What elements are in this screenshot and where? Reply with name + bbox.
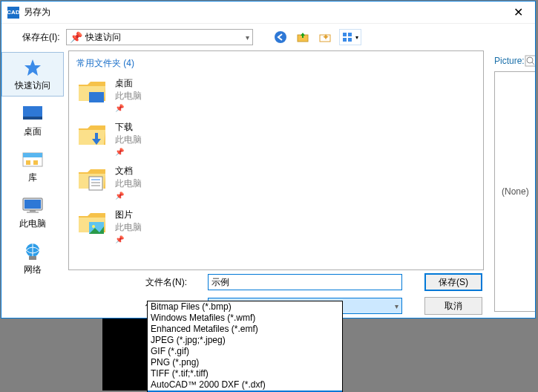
close-button[interactable]: ✕: [502, 1, 535, 24]
svg-point-26: [92, 225, 95, 228]
places-bar: 快速访问 桌面 库 此电脑 网络: [1, 50, 64, 318]
filetype-option[interactable]: Windows Metafiles (*.wmf): [148, 313, 342, 324]
pin-icon: 📌: [115, 192, 142, 200]
background-terminal: [102, 318, 147, 391]
preview-none: (None): [502, 186, 529, 197]
pin-icon: 📌: [115, 235, 142, 244]
list-item[interactable]: 桌面此电脑📌: [76, 77, 476, 112]
place-label: 库: [28, 172, 37, 184]
place-desktop[interactable]: 桌面: [1, 98, 64, 143]
pin-icon: 📌: [115, 148, 142, 156]
place-network[interactable]: 网络: [1, 236, 64, 281]
folder-icon: [76, 209, 108, 237]
place-label: 此电脑: [19, 218, 46, 230]
list-item[interactable]: 下载此电脑📌: [76, 121, 476, 156]
svg-point-0: [275, 31, 286, 43]
svg-rect-9: [23, 117, 42, 120]
svg-rect-11: [23, 153, 42, 157]
back-icon: [274, 30, 287, 44]
svg-rect-12: [26, 160, 30, 165]
item-sub: 此电脑: [115, 134, 142, 146]
save-button[interactable]: 保存(S): [424, 273, 482, 291]
svg-rect-17: [27, 212, 39, 213]
filetype-option[interactable]: GIF (*.gif): [148, 346, 342, 357]
save-in-path: 快速访问: [85, 31, 121, 44]
network-icon: [21, 241, 45, 262]
place-label: 快速访问: [15, 79, 50, 92]
app-icon: CAD: [7, 7, 19, 19]
svg-rect-5: [348, 33, 352, 36]
item-name: 桌面: [115, 77, 142, 90]
svg-rect-6: [343, 38, 347, 42]
svg-rect-19: [29, 256, 36, 260]
place-label: 网络: [24, 264, 42, 276]
svg-text:✦: ✦: [322, 32, 329, 42]
preview-label: Picture:: [494, 56, 525, 66]
magnify-icon[interactable]: [525, 55, 535, 67]
filetype-option[interactable]: Bitmap Files (*.bmp): [148, 301, 342, 313]
file-list[interactable]: 常用文件夹 (4) 桌面此电脑📌 下载此电脑📌 文档此电脑📌 图片此电脑📌: [68, 50, 484, 270]
chevron-down-icon: ▾: [395, 302, 398, 310]
new-folder-button[interactable]: ✦: [317, 29, 333, 45]
file-list-header: 常用文件夹 (4): [76, 57, 476, 70]
item-sub: 此电脑: [115, 221, 142, 234]
svg-rect-7: [348, 38, 352, 42]
chevron-down-icon: ▾: [246, 33, 249, 42]
filetype-option[interactable]: AutoCAD™ 2000 DXF (*.dxf): [148, 379, 342, 391]
place-quick-access[interactable]: 快速访问: [1, 52, 64, 97]
list-item[interactable]: 图片此电脑📌: [76, 209, 476, 244]
up-button[interactable]: [295, 29, 311, 45]
filetype-option[interactable]: PNG (*.png): [148, 357, 342, 368]
view-icon: [342, 32, 354, 42]
pc-icon: [21, 195, 45, 216]
pin-icon: 📌: [115, 104, 142, 112]
quick-access-icon: [21, 57, 45, 78]
place-label: 桌面: [24, 125, 42, 138]
new-folder-icon: ✦: [318, 30, 332, 44]
svg-line-29: [532, 62, 534, 65]
svg-rect-15: [24, 200, 41, 209]
item-name: 图片: [115, 209, 142, 221]
svg-rect-16: [30, 210, 36, 212]
view-menu-button[interactable]: ▾: [339, 29, 361, 45]
folder-icon: [76, 165, 108, 193]
svg-rect-13: [33, 160, 38, 165]
place-libraries[interactable]: 库: [1, 144, 64, 189]
chevron-down-icon: ▾: [355, 34, 358, 41]
folder-icon: [76, 121, 108, 149]
folder-up-icon: [296, 30, 309, 44]
save-in-dropdown[interactable]: 📌 快速访问 ▾: [66, 29, 253, 45]
item-sub: 此电脑: [115, 177, 142, 190]
cancel-button[interactable]: 取消: [424, 297, 482, 315]
filetype-option[interactable]: Enhanced Metafiles (*.emf): [148, 324, 342, 335]
svg-rect-20: [89, 92, 104, 102]
preview-panel: Picture: (None): [488, 50, 535, 318]
pin-icon: 📌: [70, 31, 82, 43]
filetype-dropdown-list[interactable]: Bitmap Files (*.bmp)Windows Metafiles (*…: [147, 301, 343, 392]
folder-icon: [76, 77, 108, 105]
svg-point-28: [527, 57, 533, 63]
place-this-pc[interactable]: 此电脑: [1, 190, 64, 235]
back-button[interactable]: [272, 29, 289, 45]
filename-label: 文件名(N):: [145, 276, 200, 289]
filetype-option[interactable]: JPEG (*.jpg;*.jpeg): [148, 335, 342, 346]
save-in-label: 保存在(I):: [22, 31, 60, 44]
window-title: 另存为: [24, 6, 502, 19]
titlebar: CAD 另存为 ✕: [1, 1, 535, 24]
item-name: 文档: [115, 165, 142, 177]
list-item[interactable]: 文档此电脑📌: [76, 165, 476, 200]
filename-input[interactable]: [208, 274, 402, 290]
toolbar: 保存在(I): 📌 快速访问 ▾ ✦ ▾: [1, 24, 535, 50]
filetype-option[interactable]: TIFF (*.tif;*.tiff): [148, 368, 342, 379]
desktop-icon: [21, 103, 45, 124]
save-as-dialog: CAD 另存为 ✕ 保存在(I): 📌 快速访问 ▾ ✦ ▾ 快速访问: [1, 1, 536, 318]
svg-rect-4: [343, 33, 347, 36]
libraries-icon: [21, 149, 45, 170]
item-name: 下载: [115, 121, 142, 134]
preview-box: (None): [494, 71, 535, 312]
item-sub: 此电脑: [115, 90, 142, 102]
svg-rect-21: [89, 177, 102, 190]
